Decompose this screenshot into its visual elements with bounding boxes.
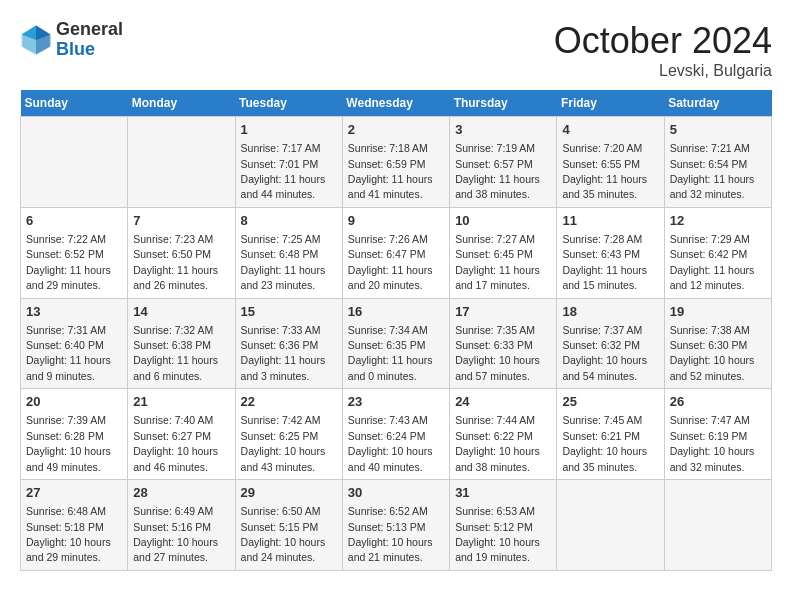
calendar-cell: 6Sunrise: 7:22 AMSunset: 6:52 PMDaylight… bbox=[21, 207, 128, 298]
day-info: Sunrise: 7:38 AMSunset: 6:30 PMDaylight:… bbox=[670, 324, 755, 382]
day-info: Sunrise: 7:26 AMSunset: 6:47 PMDaylight:… bbox=[348, 233, 433, 291]
day-number: 23 bbox=[348, 393, 444, 411]
calendar-cell: 17Sunrise: 7:35 AMSunset: 6:33 PMDayligh… bbox=[450, 298, 557, 389]
column-header-tuesday: Tuesday bbox=[235, 90, 342, 117]
calendar-week-4: 20Sunrise: 7:39 AMSunset: 6:28 PMDayligh… bbox=[21, 389, 772, 480]
calendar-cell: 3Sunrise: 7:19 AMSunset: 6:57 PMDaylight… bbox=[450, 117, 557, 208]
day-info: Sunrise: 6:53 AMSunset: 5:12 PMDaylight:… bbox=[455, 505, 540, 563]
location: Levski, Bulgaria bbox=[554, 62, 772, 80]
day-info: Sunrise: 7:28 AMSunset: 6:43 PMDaylight:… bbox=[562, 233, 647, 291]
day-number: 31 bbox=[455, 484, 551, 502]
logo-icon bbox=[20, 24, 52, 56]
day-number: 30 bbox=[348, 484, 444, 502]
day-number: 29 bbox=[241, 484, 337, 502]
calendar-cell bbox=[557, 480, 664, 571]
day-number: 22 bbox=[241, 393, 337, 411]
column-header-friday: Friday bbox=[557, 90, 664, 117]
calendar-cell: 5Sunrise: 7:21 AMSunset: 6:54 PMDaylight… bbox=[664, 117, 771, 208]
day-info: Sunrise: 7:23 AMSunset: 6:50 PMDaylight:… bbox=[133, 233, 218, 291]
calendar-cell: 19Sunrise: 7:38 AMSunset: 6:30 PMDayligh… bbox=[664, 298, 771, 389]
day-number: 21 bbox=[133, 393, 229, 411]
day-info: Sunrise: 7:43 AMSunset: 6:24 PMDaylight:… bbox=[348, 414, 433, 472]
calendar-cell: 31Sunrise: 6:53 AMSunset: 5:12 PMDayligh… bbox=[450, 480, 557, 571]
calendar-cell: 23Sunrise: 7:43 AMSunset: 6:24 PMDayligh… bbox=[342, 389, 449, 480]
day-info: Sunrise: 6:49 AMSunset: 5:16 PMDaylight:… bbox=[133, 505, 218, 563]
day-number: 2 bbox=[348, 121, 444, 139]
day-number: 3 bbox=[455, 121, 551, 139]
day-number: 27 bbox=[26, 484, 122, 502]
calendar-cell: 4Sunrise: 7:20 AMSunset: 6:55 PMDaylight… bbox=[557, 117, 664, 208]
day-info: Sunrise: 7:32 AMSunset: 6:38 PMDaylight:… bbox=[133, 324, 218, 382]
calendar-cell: 8Sunrise: 7:25 AMSunset: 6:48 PMDaylight… bbox=[235, 207, 342, 298]
day-info: Sunrise: 7:39 AMSunset: 6:28 PMDaylight:… bbox=[26, 414, 111, 472]
calendar-cell: 26Sunrise: 7:47 AMSunset: 6:19 PMDayligh… bbox=[664, 389, 771, 480]
calendar-cell: 25Sunrise: 7:45 AMSunset: 6:21 PMDayligh… bbox=[557, 389, 664, 480]
calendar-cell: 29Sunrise: 6:50 AMSunset: 5:15 PMDayligh… bbox=[235, 480, 342, 571]
day-info: Sunrise: 7:17 AMSunset: 7:01 PMDaylight:… bbox=[241, 142, 326, 200]
page-header: General Blue October 2024 Levski, Bulgar… bbox=[20, 20, 772, 80]
calendar-cell: 1Sunrise: 7:17 AMSunset: 7:01 PMDaylight… bbox=[235, 117, 342, 208]
day-info: Sunrise: 6:48 AMSunset: 5:18 PMDaylight:… bbox=[26, 505, 111, 563]
calendar-cell: 18Sunrise: 7:37 AMSunset: 6:32 PMDayligh… bbox=[557, 298, 664, 389]
day-number: 17 bbox=[455, 303, 551, 321]
calendar-cell: 12Sunrise: 7:29 AMSunset: 6:42 PMDayligh… bbox=[664, 207, 771, 298]
column-header-saturday: Saturday bbox=[664, 90, 771, 117]
day-number: 8 bbox=[241, 212, 337, 230]
month-title: October 2024 bbox=[554, 20, 772, 62]
day-info: Sunrise: 7:27 AMSunset: 6:45 PMDaylight:… bbox=[455, 233, 540, 291]
day-info: Sunrise: 7:40 AMSunset: 6:27 PMDaylight:… bbox=[133, 414, 218, 472]
calendar-cell bbox=[21, 117, 128, 208]
calendar-cell: 2Sunrise: 7:18 AMSunset: 6:59 PMDaylight… bbox=[342, 117, 449, 208]
calendar-cell: 16Sunrise: 7:34 AMSunset: 6:35 PMDayligh… bbox=[342, 298, 449, 389]
day-info: Sunrise: 7:31 AMSunset: 6:40 PMDaylight:… bbox=[26, 324, 111, 382]
day-info: Sunrise: 7:18 AMSunset: 6:59 PMDaylight:… bbox=[348, 142, 433, 200]
calendar-cell: 15Sunrise: 7:33 AMSunset: 6:36 PMDayligh… bbox=[235, 298, 342, 389]
day-number: 16 bbox=[348, 303, 444, 321]
day-number: 13 bbox=[26, 303, 122, 321]
calendar-cell: 14Sunrise: 7:32 AMSunset: 6:38 PMDayligh… bbox=[128, 298, 235, 389]
day-number: 10 bbox=[455, 212, 551, 230]
day-info: Sunrise: 6:52 AMSunset: 5:13 PMDaylight:… bbox=[348, 505, 433, 563]
day-info: Sunrise: 7:35 AMSunset: 6:33 PMDaylight:… bbox=[455, 324, 540, 382]
calendar-cell: 20Sunrise: 7:39 AMSunset: 6:28 PMDayligh… bbox=[21, 389, 128, 480]
day-info: Sunrise: 7:20 AMSunset: 6:55 PMDaylight:… bbox=[562, 142, 647, 200]
day-number: 20 bbox=[26, 393, 122, 411]
day-info: Sunrise: 7:33 AMSunset: 6:36 PMDaylight:… bbox=[241, 324, 326, 382]
calendar-cell: 7Sunrise: 7:23 AMSunset: 6:50 PMDaylight… bbox=[128, 207, 235, 298]
day-info: Sunrise: 7:21 AMSunset: 6:54 PMDaylight:… bbox=[670, 142, 755, 200]
day-info: Sunrise: 6:50 AMSunset: 5:15 PMDaylight:… bbox=[241, 505, 326, 563]
title-block: October 2024 Levski, Bulgaria bbox=[554, 20, 772, 80]
day-number: 7 bbox=[133, 212, 229, 230]
day-info: Sunrise: 7:19 AMSunset: 6:57 PMDaylight:… bbox=[455, 142, 540, 200]
column-header-wednesday: Wednesday bbox=[342, 90, 449, 117]
column-header-thursday: Thursday bbox=[450, 90, 557, 117]
calendar-cell: 27Sunrise: 6:48 AMSunset: 5:18 PMDayligh… bbox=[21, 480, 128, 571]
calendar-table: SundayMondayTuesdayWednesdayThursdayFrid… bbox=[20, 90, 772, 571]
day-number: 4 bbox=[562, 121, 658, 139]
calendar-cell: 22Sunrise: 7:42 AMSunset: 6:25 PMDayligh… bbox=[235, 389, 342, 480]
calendar-header-row: SundayMondayTuesdayWednesdayThursdayFrid… bbox=[21, 90, 772, 117]
day-number: 9 bbox=[348, 212, 444, 230]
day-number: 1 bbox=[241, 121, 337, 139]
column-header-sunday: Sunday bbox=[21, 90, 128, 117]
day-info: Sunrise: 7:45 AMSunset: 6:21 PMDaylight:… bbox=[562, 414, 647, 472]
day-number: 28 bbox=[133, 484, 229, 502]
calendar-week-5: 27Sunrise: 6:48 AMSunset: 5:18 PMDayligh… bbox=[21, 480, 772, 571]
day-info: Sunrise: 7:44 AMSunset: 6:22 PMDaylight:… bbox=[455, 414, 540, 472]
day-number: 11 bbox=[562, 212, 658, 230]
logo-text: General Blue bbox=[56, 20, 123, 60]
day-number: 18 bbox=[562, 303, 658, 321]
day-number: 5 bbox=[670, 121, 766, 139]
day-info: Sunrise: 7:29 AMSunset: 6:42 PMDaylight:… bbox=[670, 233, 755, 291]
day-number: 25 bbox=[562, 393, 658, 411]
day-info: Sunrise: 7:47 AMSunset: 6:19 PMDaylight:… bbox=[670, 414, 755, 472]
day-info: Sunrise: 7:22 AMSunset: 6:52 PMDaylight:… bbox=[26, 233, 111, 291]
day-info: Sunrise: 7:34 AMSunset: 6:35 PMDaylight:… bbox=[348, 324, 433, 382]
day-number: 14 bbox=[133, 303, 229, 321]
day-number: 19 bbox=[670, 303, 766, 321]
calendar-week-2: 6Sunrise: 7:22 AMSunset: 6:52 PMDaylight… bbox=[21, 207, 772, 298]
calendar-cell: 13Sunrise: 7:31 AMSunset: 6:40 PMDayligh… bbox=[21, 298, 128, 389]
day-number: 24 bbox=[455, 393, 551, 411]
day-info: Sunrise: 7:25 AMSunset: 6:48 PMDaylight:… bbox=[241, 233, 326, 291]
column-header-monday: Monday bbox=[128, 90, 235, 117]
